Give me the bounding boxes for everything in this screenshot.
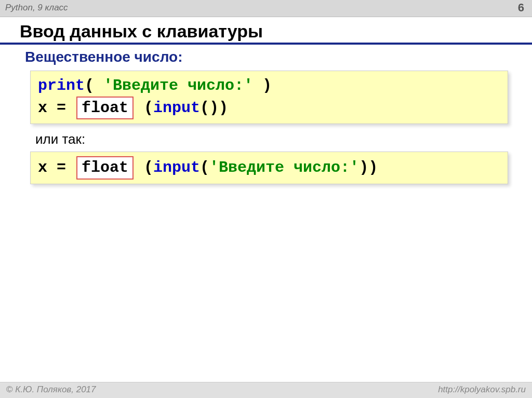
copyright-text: К.Ю. Поляков, 2017 (13, 385, 96, 394)
float-highlight-box: float (76, 97, 134, 120)
assignment: x = (38, 99, 75, 117)
input-keyword: input (153, 159, 200, 176)
string-literal: 'Введите число:' (209, 159, 359, 176)
float-highlight-box: float (76, 156, 134, 180)
paren-open: ( (85, 77, 103, 94)
page-title: Ввод данных с клавиатуры (20, 21, 516, 42)
course-label: Python, 9 класс (5, 3, 68, 13)
paren-close: )) (359, 159, 378, 176)
slide-content: Ввод данных с клавиатуры Вещественное чи… (0, 17, 532, 202)
footer-url: http://kpolyakov.spb.ru (438, 385, 526, 395)
print-keyword: print (38, 77, 85, 94)
subtitle: Вещественное число: (25, 49, 516, 65)
paren-close: ) (253, 77, 272, 94)
input-keyword: input (153, 99, 200, 117)
copyright-icon: © (6, 385, 13, 394)
string-literal: 'Введите число:' (103, 77, 253, 94)
title-underline (0, 43, 532, 45)
footer-bar: © К.Ю. Поляков, 2017 http://kpolyakov.sp… (0, 382, 532, 398)
header-bar: Python, 9 класс 6 (0, 0, 532, 17)
code-line-3: x = float (input('Введите число:')) (38, 156, 500, 180)
after-float: ( (135, 159, 153, 176)
code-line-1: print( 'Введите число:' ) (38, 75, 500, 97)
code-line-2: x = float (input()) (38, 97, 500, 120)
middle-text: или так: (35, 131, 516, 147)
code-block-2: x = float (input('Введите число:')) (30, 152, 508, 184)
assignment: x = (38, 159, 75, 176)
page-number: 6 (518, 1, 527, 15)
code-block-1: print( 'Введите число:' ) x = float (inp… (30, 71, 508, 124)
after-input: ()) (200, 99, 228, 117)
paren-open: ( (200, 159, 209, 176)
copyright: © К.Ю. Поляков, 2017 (6, 385, 96, 395)
after-float: ( (135, 99, 153, 117)
